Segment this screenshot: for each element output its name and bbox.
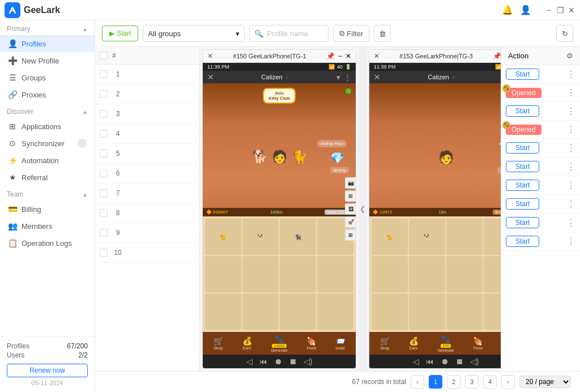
phone-2-sound-icon[interactable]: ◁) [470, 357, 479, 366]
phone-1-sidebar-icon-3[interactable]: 🖼 [345, 203, 356, 215]
team-collapse-icon[interactable]: ▲ [82, 191, 88, 198]
notification-icon[interactable]: 🔔 [502, 5, 513, 15]
game-footer-earn[interactable]: 💰 Earn [242, 336, 252, 350]
delete-button[interactable]: 🗑 [374, 25, 391, 42]
prev-page-button[interactable]: ‹ [411, 375, 424, 389]
sidebar-item-referral[interactable]: ★ Referral [0, 169, 95, 186]
renew-button[interactable]: Renew now [7, 364, 88, 377]
row-checkbox-4[interactable] [100, 130, 108, 138]
refresh-button[interactable]: ↻ [556, 25, 573, 42]
phone-1-close-btn[interactable]: ✕ [346, 52, 351, 60]
phone-2-back-btn[interactable]: ⏮ [426, 357, 434, 366]
select-all-checkbox[interactable] [100, 52, 108, 59]
phone-2-pin-icon[interactable]: 📌 [493, 52, 501, 60]
phone-1-close-icon[interactable]: ✕ [207, 52, 213, 60]
action-more-4[interactable]: ⋮ [566, 124, 575, 135]
page-4-button[interactable]: 4 [483, 375, 497, 389]
page-2-button[interactable]: 2 [447, 375, 460, 389]
phone-1-back-icon[interactable]: ✕ [207, 73, 214, 82]
game-footer-feed[interactable]: 🍖 Feed [306, 336, 316, 350]
action-more-5[interactable]: ⋮ [566, 143, 575, 154]
game2-footer-shop[interactable]: 🛒 Shop [380, 336, 390, 350]
sidebar-item-applications[interactable]: ⊞ Applications [0, 118, 95, 135]
action-start-8[interactable]: Start [506, 198, 539, 210]
primary-collapse-icon[interactable]: ▲ [82, 26, 88, 32]
page-1-button[interactable]: 1 [429, 375, 442, 389]
phone-1-home-btn[interactable]: ⏺ [274, 357, 282, 366]
phone-1-sidebar-icon-4[interactable]: 🚀 [345, 216, 356, 228]
game-footer-shop[interactable]: 🛒 Shop [214, 336, 223, 350]
sidebar-item-proxies[interactable]: 🔗 Proxies [0, 86, 95, 103]
action-start-3[interactable]: Start [506, 105, 539, 117]
action-start-6[interactable]: Start [506, 161, 539, 172]
phone-2-back-icon[interactable]: ✕ [374, 73, 381, 82]
phone-1-square-btn[interactable]: ⏹ [289, 357, 297, 366]
restore-button[interactable]: ❐ [556, 6, 564, 14]
action-start-10[interactable]: Start [506, 236, 539, 247]
sidebar-item-operation-logs[interactable]: 📋 Operation Logs [0, 235, 95, 252]
phone-1-sound-icon[interactable]: ◁) [304, 357, 313, 366]
next-page-button[interactable]: › [501, 375, 515, 389]
sidebar-item-synchronizer[interactable]: ⊙ Synchronizer [0, 135, 95, 152]
phone-2-home-btn[interactable]: ⏺ [441, 357, 449, 366]
phone-1-more-icon[interactable]: ⋮ [344, 73, 351, 82]
action-start-5[interactable]: Start [506, 142, 539, 154]
phone-1-minimize-icon[interactable]: − [338, 52, 342, 60]
game2-footer-feed[interactable]: 🍖 Feed [473, 336, 483, 350]
user-icon[interactable]: 👤 [520, 5, 531, 15]
action-more-3[interactable]: ⋮ [566, 106, 575, 117]
action-settings-icon[interactable]: ⚙ [566, 52, 573, 60]
action-opened-2[interactable]: Opened [506, 88, 541, 98]
row-checkbox-9[interactable] [100, 229, 108, 237]
action-more-7[interactable]: ⋮ [566, 180, 575, 191]
action-more-6[interactable]: ⋮ [566, 161, 575, 172]
phone-1-sidebar-icon-5[interactable]: ⊞ [345, 229, 356, 241]
action-start-7[interactable]: Start [506, 180, 539, 191]
sidebar-item-members[interactable]: 👥 Members [0, 218, 95, 235]
phone-2-square-btn[interactable]: ⏹ [455, 357, 463, 366]
game2-footer-earn[interactable]: 💰 Earn [409, 336, 419, 350]
sidebar-item-billing[interactable]: 💳 Billing [0, 201, 95, 218]
minimize-button[interactable]: − [545, 6, 553, 14]
row-checkbox-2[interactable] [100, 90, 108, 98]
phone-1-sidebar-icon-2[interactable]: ⊞ [345, 190, 356, 202]
row-checkbox-3[interactable] [100, 110, 108, 118]
sidebar-item-automation[interactable]: ⚡ Automation [0, 152, 95, 169]
action-opened-4[interactable]: Opened [506, 125, 541, 135]
sidebar-item-profiles[interactable]: 👤 Profiles [0, 35, 95, 52]
phone-2-close-icon[interactable]: ✕ [374, 52, 379, 60]
phone-2-volume-icon[interactable]: ◁ [413, 357, 419, 366]
row-checkbox-8[interactable] [100, 209, 108, 217]
row-checkbox-1[interactable] [100, 70, 108, 78]
group-select[interactable]: All groups ▾ [143, 25, 245, 42]
page-size-select[interactable]: 20 / page 50 / page 100 / page [519, 376, 571, 388]
action-more-9[interactable]: ⋮ [566, 218, 575, 228]
action-more-1[interactable]: ⋮ [566, 69, 575, 80]
phone-1-dropdown-icon[interactable]: ▾ [336, 73, 340, 82]
sidebar-item-new-profile[interactable]: ➕ New Profile [0, 52, 95, 69]
phone-1-volume-icon[interactable]: ◁ [246, 357, 253, 366]
page-3-button[interactable]: 3 [465, 375, 479, 389]
row-checkbox-10[interactable] [100, 249, 108, 257]
phone-1-pin-icon[interactable]: 📌 [326, 52, 335, 60]
action-more-10[interactable]: ⋮ [566, 236, 575, 247]
start-button[interactable]: ▶ Start [102, 25, 138, 41]
action-start-9[interactable]: Start [506, 217, 539, 228]
action-start-1[interactable]: Start [506, 69, 539, 80]
game-footer-generate[interactable]: 🐾 14880 Generate [271, 334, 287, 352]
row-checkbox-5[interactable] [100, 150, 108, 157]
profile-search-input[interactable]: 🔍 Profile name [249, 25, 329, 42]
action-more-8[interactable]: ⋮ [566, 199, 575, 210]
phone-1-sidebar-icon-1[interactable]: 📷 [345, 177, 356, 189]
action-more-2[interactable]: ⋮ [566, 87, 575, 98]
row-checkbox-6[interactable] [100, 169, 108, 177]
filter-button[interactable]: ⧉ Filter [333, 25, 369, 42]
game2-footer-generate[interactable]: 🐾 150 Generate [437, 334, 454, 352]
game-footer-invite[interactable]: 📨 Invite [335, 336, 345, 350]
collapse-toggle-1[interactable]: ❮ [359, 47, 366, 371]
close-button[interactable]: ✕ [568, 6, 575, 14]
discover-collapse-icon[interactable]: ▲ [82, 109, 88, 115]
phone-1-back-btn[interactable]: ⏮ [259, 357, 267, 366]
sidebar-item-groups[interactable]: ☰ Groups [0, 69, 95, 86]
row-checkbox-7[interactable] [100, 189, 108, 197]
